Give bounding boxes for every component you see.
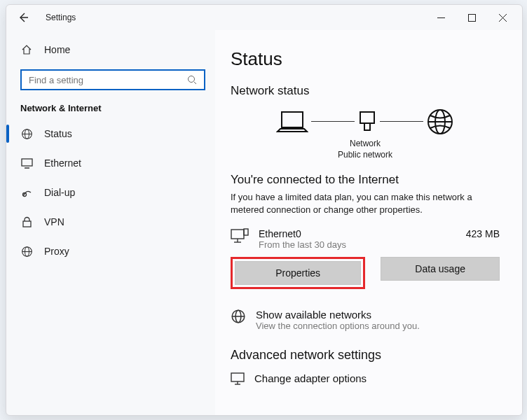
window-title: Settings <box>46 13 76 22</box>
lock-icon <box>20 216 33 228</box>
diagram-labels: Network Public network <box>231 139 500 160</box>
connected-heading: You're connected to the Internet <box>231 173 500 187</box>
adapter-row: Ethernet0 From the last 30 days 423 MB <box>231 228 500 250</box>
titlebar: Settings <box>6 5 522 30</box>
nav-dialup[interactable]: Dial-up <box>6 178 215 207</box>
globe-icon <box>231 309 246 324</box>
network-status-head: Network status <box>231 84 500 98</box>
advanced-heading: Advanced network settings <box>231 348 500 363</box>
svg-rect-1 <box>468 14 475 21</box>
settings-window: Settings Home <box>6 4 523 416</box>
close-button[interactable] <box>487 7 518 28</box>
search-input[interactable] <box>27 74 186 86</box>
svg-point-4 <box>189 76 195 83</box>
change-adapter-label: Change adapter options <box>254 372 367 384</box>
close-icon <box>499 14 507 22</box>
available-networks[interactable]: Show available networks View the connect… <box>231 309 500 331</box>
content-pane: Status Network status Network Public net… <box>215 30 522 415</box>
section-title: Network & Internet <box>6 97 215 119</box>
sidebar: Home Network & Internet Status <box>6 30 215 415</box>
search-box[interactable] <box>20 69 205 90</box>
adapter-icon <box>231 228 249 245</box>
nav-status[interactable]: Status <box>6 119 215 148</box>
search-icon <box>186 74 198 86</box>
minimize-button[interactable] <box>425 7 456 28</box>
svg-rect-9 <box>22 159 32 166</box>
nav-label: VPN <box>44 216 64 227</box>
diagram-label-top: Network <box>231 139 500 150</box>
diagram-label-bottom: Public network <box>231 150 500 161</box>
svg-rect-16 <box>282 112 303 127</box>
available-title: Show available networks <box>256 309 420 321</box>
nav-label: Ethernet <box>44 158 81 169</box>
globe-icon <box>20 127 33 140</box>
svg-rect-22 <box>231 230 244 239</box>
globe-large-icon <box>426 108 454 136</box>
svg-line-5 <box>194 82 196 84</box>
available-sub: View the connection options around you. <box>256 321 420 331</box>
connected-description: If you have a limited data plan, you can… <box>231 191 500 216</box>
network-diagram <box>231 108 500 136</box>
properties-button[interactable]: Properties <box>235 261 361 285</box>
properties-highlight: Properties <box>231 257 365 289</box>
globe-icon <box>20 245 33 258</box>
arrow-left-icon <box>18 12 29 23</box>
laptop-icon <box>276 109 308 134</box>
maximize-button[interactable] <box>456 7 487 28</box>
maximize-icon <box>468 14 476 22</box>
router-icon <box>357 109 377 134</box>
nav-label: Proxy <box>44 246 69 257</box>
home-label: Home <box>44 44 70 55</box>
adapter-name: Ethernet0 <box>259 228 456 239</box>
svg-rect-29 <box>231 373 244 382</box>
nav-label: Status <box>44 128 72 139</box>
dialup-icon <box>20 186 33 199</box>
nav-ethernet[interactable]: Ethernet <box>6 148 215 178</box>
connector-line <box>311 121 355 122</box>
home-icon <box>20 43 33 56</box>
adapter-usage: 423 MB <box>466 228 500 239</box>
back-button[interactable] <box>18 12 37 23</box>
nav-label: Dial-up <box>44 187 75 198</box>
svg-rect-25 <box>244 229 248 235</box>
svg-rect-12 <box>23 221 31 227</box>
svg-rect-18 <box>364 123 370 130</box>
minimize-icon <box>437 14 445 22</box>
svg-rect-17 <box>360 112 374 123</box>
connector-line <box>380 121 423 122</box>
change-adapter-options[interactable]: Change adapter options <box>231 372 500 385</box>
nav-vpn[interactable]: VPN <box>6 207 215 237</box>
home-nav[interactable]: Home <box>6 36 215 64</box>
monitor-icon <box>231 372 245 385</box>
monitor-icon <box>20 157 33 169</box>
adapter-sub: From the last 30 days <box>259 239 456 250</box>
data-usage-button[interactable]: Data usage <box>381 257 500 281</box>
page-title: Status <box>231 48 500 70</box>
nav-proxy[interactable]: Proxy <box>6 237 215 266</box>
